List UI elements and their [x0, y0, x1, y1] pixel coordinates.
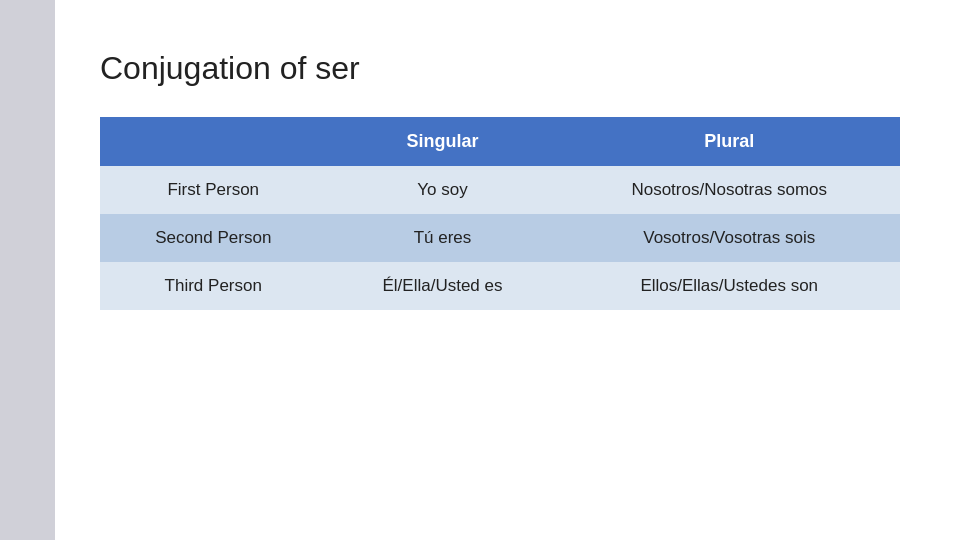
- cell-singular: Él/Ella/Usted es: [327, 262, 559, 310]
- page-title: Conjugation of ser: [100, 50, 900, 87]
- header-singular: Singular: [327, 117, 559, 166]
- header-plural: Plural: [558, 117, 900, 166]
- cell-plural: Ellos/Ellas/Ustedes son: [558, 262, 900, 310]
- header-person: [100, 117, 327, 166]
- cell-person: Third Person: [100, 262, 327, 310]
- cell-person: Second Person: [100, 214, 327, 262]
- cell-singular: Yo soy: [327, 166, 559, 214]
- cell-person: First Person: [100, 166, 327, 214]
- table-row: Third PersonÉl/Ella/Usted esEllos/Ellas/…: [100, 262, 900, 310]
- left-decorative-bar: [0, 0, 55, 540]
- table-row: Second PersonTú eresVosotros/Vosotras so…: [100, 214, 900, 262]
- conjugation-table-wrapper: Singular Plural First PersonYo soyNosotr…: [100, 117, 900, 310]
- cell-plural: Nosotros/Nosotras somos: [558, 166, 900, 214]
- conjugation-table: Singular Plural First PersonYo soyNosotr…: [100, 117, 900, 310]
- table-header-row: Singular Plural: [100, 117, 900, 166]
- cell-plural: Vosotros/Vosotras sois: [558, 214, 900, 262]
- table-row: First PersonYo soyNosotros/Nosotras somo…: [100, 166, 900, 214]
- cell-singular: Tú eres: [327, 214, 559, 262]
- slide-container: Conjugation of ser Singular Plural First…: [0, 0, 960, 540]
